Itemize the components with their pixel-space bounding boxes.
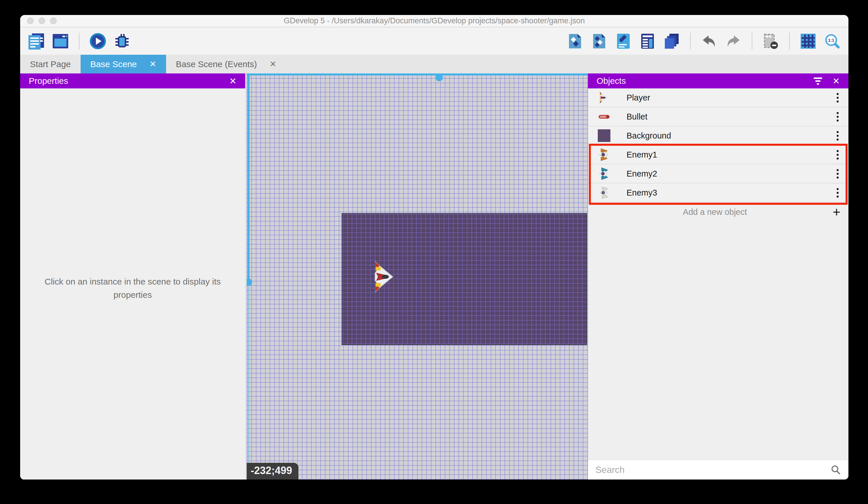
toolbar-divider — [752, 33, 752, 50]
object-search-bar — [588, 460, 848, 480]
player-thumbnail — [597, 91, 611, 104]
player-instance[interactable] — [372, 261, 394, 293]
svg-text:1:1: 1:1 — [828, 38, 834, 43]
traffic-lights — [27, 18, 57, 24]
zoom-one-to-one-icon[interactable]: 1:1 — [824, 32, 841, 50]
toolbar-divider — [789, 33, 790, 50]
selection-left-edge-faded — [248, 286, 249, 480]
plus-icon: + — [833, 205, 840, 219]
toggle-grid-icon[interactable] — [799, 32, 817, 50]
tab-label: Base Scene (Events) — [176, 59, 257, 69]
objects-panel-header: Objects ✕ — [588, 73, 848, 88]
object-menu-icon[interactable] — [835, 148, 840, 161]
objects-editor-icon[interactable] — [566, 32, 583, 50]
toolbar-right: 1:1 — [566, 32, 841, 50]
object-menu-icon[interactable] — [835, 129, 840, 142]
search-icon — [830, 465, 841, 475]
close-icon[interactable]: ✕ — [270, 59, 276, 69]
selection-handle-left[interactable] — [247, 279, 252, 286]
redo-icon[interactable] — [725, 32, 742, 50]
object-menu-icon[interactable] — [835, 91, 840, 104]
close-window-button[interactable] — [27, 18, 34, 24]
object-row-background[interactable]: Background — [588, 127, 848, 145]
toolbar: 1:1 — [20, 27, 848, 55]
enemy2-thumbnail — [597, 167, 611, 181]
properties-editor-icon[interactable] — [615, 32, 632, 50]
window-title: GDevelop 5 - /Users/dkarakay/Documents/G… — [284, 17, 585, 26]
tab-label: Base Scene — [90, 59, 137, 69]
zoom-window-button[interactable] — [50, 18, 57, 24]
panel-title: Objects — [597, 76, 626, 86]
selection-top-edge — [247, 73, 607, 75]
debug-icon[interactable] — [113, 32, 131, 50]
project-manager-icon[interactable] — [28, 32, 45, 50]
undo-icon[interactable] — [701, 32, 718, 50]
object-row-enemy3[interactable]: Enemy3 — [588, 183, 848, 202]
properties-panel-header: Properties ✕ — [20, 73, 245, 88]
toolbar-divider — [690, 33, 691, 50]
add-object-label: Add a new object — [597, 208, 833, 217]
scene-canvas[interactable]: -232;499 — [247, 73, 607, 480]
tab-start-page[interactable]: Start Page — [20, 55, 81, 73]
enemy3-thumbnail — [597, 186, 611, 200]
background-thumbnail — [597, 129, 611, 143]
object-name: Enemy1 — [627, 150, 835, 160]
object-menu-icon[interactable] — [835, 187, 840, 199]
minimize-window-button[interactable] — [39, 18, 45, 24]
gdevelop-window: GDevelop 5 - /Users/dkarakay/Documents/G… — [20, 15, 848, 480]
properties-empty-message: Click on an instance in the scene to dis… — [32, 275, 234, 302]
filter-icon[interactable] — [814, 78, 822, 85]
object-name: Enemy3 — [627, 188, 835, 198]
open-scene-window-icon[interactable] — [52, 32, 69, 50]
tab-base-scene[interactable]: Base Scene ✕ — [81, 55, 166, 73]
object-row-player[interactable]: Player — [588, 88, 848, 108]
tab-label: Start Page — [30, 59, 71, 69]
titlebar: GDevelop 5 - /Users/dkarakay/Documents/G… — [20, 15, 848, 27]
object-name: Bullet — [627, 112, 835, 122]
object-name: Player — [627, 93, 835, 102]
cursor-coordinates-badge: -232;499 — [247, 463, 298, 480]
toolbar-left — [28, 32, 131, 50]
object-menu-icon[interactable] — [835, 110, 840, 123]
object-name: Background — [627, 131, 835, 141]
instances-list-icon[interactable] — [639, 32, 656, 50]
close-icon[interactable]: ✕ — [229, 76, 237, 86]
object-row-bullet[interactable]: Bullet — [588, 108, 848, 127]
add-object-button[interactable]: Add a new object + — [588, 202, 848, 221]
tab-bar: Start Page Base Scene ✕ Base Scene (Even… — [20, 55, 848, 73]
close-icon[interactable]: ✕ — [149, 59, 156, 69]
toolbar-divider — [79, 33, 80, 50]
object-groups-editor-icon[interactable] — [591, 32, 608, 50]
editor-content: Properties ✕ Click on an instance in the… — [20, 73, 848, 480]
panel-title: Properties — [29, 76, 68, 86]
tab-base-scene-events[interactable]: Base Scene (Events) ✕ — [166, 55, 286, 73]
bullet-thumbnail — [597, 110, 611, 123]
play-preview-icon[interactable] — [89, 32, 106, 50]
objects-panel: Objects ✕ Player — [588, 73, 848, 480]
object-row-enemy1[interactable]: Enemy1 — [588, 145, 848, 164]
properties-panel: Properties ✕ Click on an instance in the… — [20, 73, 245, 480]
hide-instances-icon[interactable] — [762, 32, 779, 50]
object-row-enemy2[interactable]: Enemy2 — [588, 164, 848, 183]
object-menu-icon[interactable] — [835, 167, 840, 180]
layers-editor-icon[interactable] — [663, 32, 680, 50]
close-icon[interactable]: ✕ — [833, 76, 840, 86]
search-input[interactable] — [596, 465, 830, 475]
enemy1-thumbnail — [597, 148, 611, 162]
selection-left-edge — [248, 73, 249, 281]
object-name: Enemy2 — [627, 169, 835, 179]
selection-handle-top[interactable] — [435, 74, 443, 81]
